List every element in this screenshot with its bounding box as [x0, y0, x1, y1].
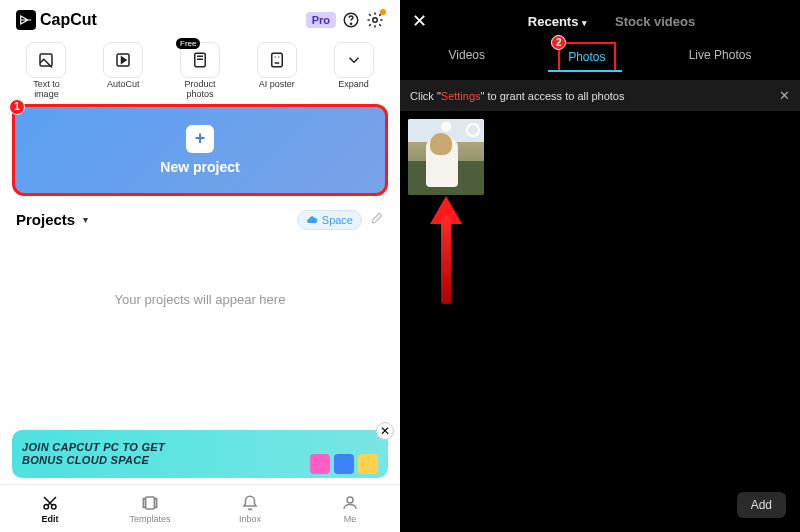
subtab-live-photos[interactable]: Live Photos	[681, 42, 760, 72]
subtab-videos[interactable]: Videos	[441, 42, 493, 72]
svg-point-2	[373, 18, 378, 23]
edit-pencil-icon[interactable]	[370, 211, 384, 228]
svg-rect-6	[272, 53, 283, 67]
projects-title[interactable]: Projects	[16, 211, 75, 228]
media-type-tabs: Videos 2 Photos Live Photos	[400, 36, 800, 72]
left-header: CapCut Pro	[0, 0, 400, 34]
brand-name: CapCut	[40, 11, 97, 29]
projects-header: Projects ▾ Space	[0, 196, 400, 236]
capcut-home-panel: CapCut Pro Free Text to image AutoCut Pr…	[0, 0, 400, 532]
capcut-logo-icon	[16, 10, 36, 30]
photo-access-alert: Click "Settings" to grant access to all …	[400, 80, 800, 111]
svg-rect-10	[143, 498, 145, 507]
pro-badge[interactable]: Pro	[306, 12, 336, 28]
svg-point-1	[350, 23, 351, 24]
notification-dot-icon	[380, 9, 386, 15]
nav-inbox[interactable]: Inbox	[200, 485, 300, 532]
tool-text-to-image[interactable]: Text to image	[12, 42, 81, 100]
svg-rect-11	[155, 498, 157, 507]
nav-me[interactable]: Me	[300, 485, 400, 532]
tab-underline	[548, 70, 622, 72]
tool-product-photos[interactable]: Product photos	[166, 42, 235, 100]
subtab-photos[interactable]: 2 Photos	[558, 42, 615, 72]
annotation-arrow-icon	[432, 196, 460, 304]
tool-row: Text to image AutoCut Product photos AI …	[0, 34, 400, 102]
app-logo: CapCut	[16, 10, 97, 30]
settings-gear-icon[interactable]	[366, 11, 384, 29]
chevron-down-icon[interactable]: ▾	[83, 214, 88, 225]
photo-grid	[400, 111, 800, 195]
tab-recents[interactable]: Recents ▾	[528, 14, 587, 29]
empty-projects-hint: Your projects will appear here	[0, 292, 400, 307]
add-button[interactable]: Add	[737, 492, 786, 518]
svg-point-12	[347, 497, 353, 503]
annotation-marker-2: 2	[551, 35, 566, 50]
free-pill: Free	[176, 38, 200, 49]
photo-thumbnail[interactable]	[408, 119, 484, 195]
tool-autocut[interactable]: AutoCut	[89, 42, 158, 100]
bottom-nav: Edit Templates Inbox Me	[0, 484, 400, 532]
plus-icon: +	[186, 125, 214, 153]
media-picker-panel: ✕ Recents ▾ Stock videos Videos 2 Photos…	[400, 0, 800, 532]
nav-edit[interactable]: Edit	[0, 485, 100, 532]
help-icon[interactable]	[342, 11, 360, 29]
tool-expand[interactable]: Expand	[319, 42, 388, 100]
promo-close-button[interactable]: ✕	[376, 422, 394, 440]
annotation-marker-1: 1	[9, 99, 25, 115]
selection-ring-icon[interactable]	[466, 123, 480, 137]
promo-art-icon	[310, 454, 378, 474]
new-project-button[interactable]: 1 + New project	[12, 104, 388, 196]
cloud-space-button[interactable]: Space	[297, 210, 362, 230]
svg-rect-9	[146, 497, 155, 509]
tool-ai-poster[interactable]: AI poster	[242, 42, 311, 100]
tab-stock-videos[interactable]: Stock videos	[615, 14, 695, 29]
close-icon[interactable]: ✕	[412, 10, 427, 32]
alert-text: Click "Settings" to grant access to all …	[410, 90, 624, 102]
promo-banner[interactable]: JOIN CAPCUT PC TO GET BONUS CLOUD SPACE …	[12, 430, 388, 478]
picker-header: ✕ Recents ▾ Stock videos	[400, 0, 800, 36]
nav-templates[interactable]: Templates	[100, 485, 200, 532]
new-project-label: New project	[160, 159, 239, 175]
promo-text: JOIN CAPCUT PC TO GET BONUS CLOUD SPACE	[22, 441, 165, 466]
svg-rect-3	[40, 54, 52, 66]
chevron-down-icon: ▾	[582, 18, 587, 28]
alert-close-icon[interactable]: ✕	[779, 88, 790, 103]
